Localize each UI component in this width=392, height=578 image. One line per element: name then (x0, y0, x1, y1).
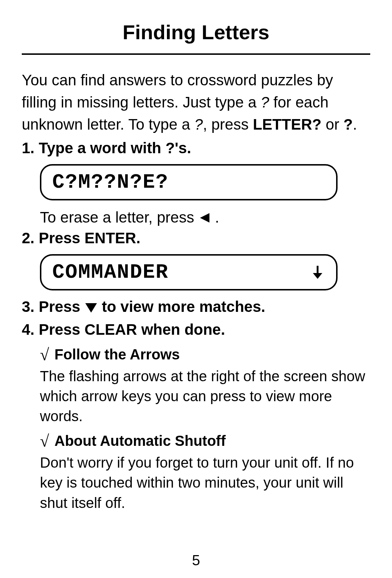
key-letter-q: LETTER? (253, 116, 322, 133)
lcd-display-2: COMMANDER (40, 254, 338, 290)
tip-1-heading-text: Follow the Arrows (54, 346, 180, 362)
step-1: 1. Type a word with ?'s. (22, 139, 370, 157)
tip-2-body: Don't worry if you forget to turn your u… (40, 453, 367, 513)
svg-marker-3 (85, 303, 97, 313)
intro-q1: ? (261, 94, 269, 111)
left-arrow-icon (199, 212, 211, 224)
tip-follow-arrows: √Follow the Arrows The flashing arrows a… (40, 345, 367, 513)
lcd-display-1: C?M??N?E? (40, 164, 338, 200)
tip-2-heading-text: About Automatic Shutoff (54, 433, 226, 449)
down-triangle-icon (85, 302, 98, 313)
step-3-a: 3. Press (22, 298, 85, 315)
erase-text-b: . (215, 209, 219, 226)
lcd-2-text: COMMANDER (52, 261, 168, 284)
erase-text-a: To erase a letter, press (40, 209, 199, 226)
tip-2-heading: √About Automatic Shutoff (40, 431, 367, 451)
step-3: 3. Press to view more matches. (22, 297, 370, 317)
page-title: Finding Letters (22, 20, 370, 44)
svg-marker-2 (313, 273, 322, 279)
step-4: 4. Press CLEAR when done. (22, 320, 370, 340)
key-q: ? (343, 116, 353, 133)
intro-paragraph: You can find answers to crossword puzzle… (22, 69, 370, 136)
step-3-b: to view more matches. (102, 298, 265, 315)
down-arrow-icon (311, 265, 324, 280)
intro-text-4: or (322, 116, 344, 133)
intro-text-5: . (353, 116, 357, 133)
intro-text-3: , press (203, 116, 253, 133)
tip-1-body: The flashing arrows at the right of the … (40, 366, 367, 427)
erase-note: To erase a letter, press . (40, 207, 370, 228)
intro-q2: ? (195, 116, 203, 133)
title-rule (22, 53, 370, 55)
manual-page: Finding Letters You can find answers to … (0, 0, 392, 578)
tip-1-heading: √Follow the Arrows (40, 345, 367, 364)
check-icon-1: √ (40, 345, 54, 364)
svg-marker-0 (200, 213, 209, 223)
page-number: 5 (0, 552, 392, 569)
lcd-1-text: C?M??N?E? (52, 171, 168, 194)
check-icon-2: √ (40, 431, 54, 451)
step-2: 2. Press ENTER. (22, 229, 370, 247)
